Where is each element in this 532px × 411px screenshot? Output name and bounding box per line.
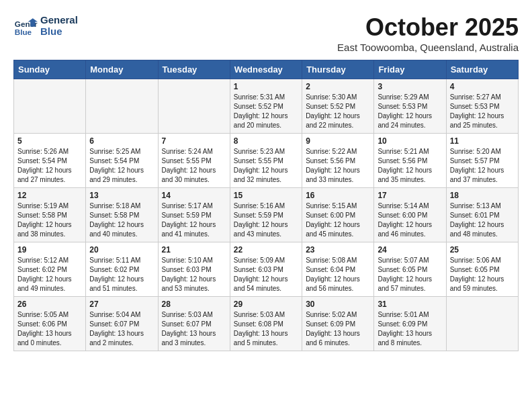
title-block: October 2025 East Toowoomba, Queensland,… (337, 13, 519, 53)
day-content: Sunrise: 5:04 AM Sunset: 6:07 PM Dayligh… (89, 310, 154, 348)
calendar-cell: 13Sunrise: 5:18 AM Sunset: 5:58 PM Dayli… (86, 188, 158, 242)
calendar-cell: 15Sunrise: 5:16 AM Sunset: 5:59 PM Dayli… (230, 188, 302, 242)
day-content: Sunrise: 5:21 AM Sunset: 5:56 PM Dayligh… (378, 147, 442, 185)
calendar-week-row: 19Sunrise: 5:12 AM Sunset: 6:02 PM Dayli… (14, 242, 519, 297)
calendar-cell: 27Sunrise: 5:04 AM Sunset: 6:07 PM Dayli… (86, 297, 158, 351)
day-content: Sunrise: 5:16 AM Sunset: 5:59 PM Dayligh… (234, 201, 298, 239)
day-number: 9 (306, 136, 370, 146)
calendar-cell: 9Sunrise: 5:22 AM Sunset: 5:56 PM Daylig… (302, 134, 374, 188)
day-content: Sunrise: 5:25 AM Sunset: 5:54 PM Dayligh… (89, 147, 154, 185)
calendar-cell: 28Sunrise: 5:03 AM Sunset: 6:07 PM Dayli… (158, 297, 230, 351)
calendar-cell: 6Sunrise: 5:25 AM Sunset: 5:54 PM Daylig… (86, 134, 158, 188)
day-content: Sunrise: 5:30 AM Sunset: 5:52 PM Dayligh… (306, 93, 370, 130)
day-content: Sunrise: 5:03 AM Sunset: 6:07 PM Dayligh… (162, 310, 226, 348)
logo: General Blue General Blue (13, 13, 78, 38)
calendar-cell: 30Sunrise: 5:02 AM Sunset: 6:09 PM Dayli… (302, 297, 374, 351)
header-wednesday: Wednesday (230, 60, 302, 79)
calendar-cell: 24Sunrise: 5:07 AM Sunset: 6:05 PM Dayli… (374, 242, 446, 297)
page-header: General Blue General Blue October 2025 E… (13, 13, 519, 53)
day-number: 2 (306, 82, 370, 91)
calendar-table: SundayMondayTuesdayWednesdayThursdayFrid… (13, 60, 519, 351)
day-number: 18 (450, 191, 515, 200)
day-number: 22 (234, 245, 298, 255)
day-number: 12 (17, 191, 82, 200)
day-number: 8 (234, 136, 298, 146)
day-content: Sunrise: 5:13 AM Sunset: 6:01 PM Dayligh… (450, 201, 515, 239)
day-number: 21 (162, 245, 226, 255)
logo-general: General (40, 14, 78, 26)
calendar-cell: 8Sunrise: 5:23 AM Sunset: 5:55 PM Daylig… (230, 134, 302, 188)
calendar-cell: 2Sunrise: 5:30 AM Sunset: 5:52 PM Daylig… (302, 79, 374, 134)
calendar-cell: 20Sunrise: 5:11 AM Sunset: 6:02 PM Dayli… (86, 242, 158, 297)
calendar-week-row: 5Sunrise: 5:26 AM Sunset: 5:54 PM Daylig… (14, 134, 519, 188)
day-number: 1 (234, 82, 298, 91)
day-number: 30 (306, 300, 370, 309)
day-content: Sunrise: 5:11 AM Sunset: 6:02 PM Dayligh… (89, 256, 154, 293)
day-number: 24 (378, 245, 442, 255)
calendar-cell: 22Sunrise: 5:09 AM Sunset: 6:03 PM Dayli… (230, 242, 302, 297)
header-tuesday: Tuesday (158, 60, 230, 79)
day-content: Sunrise: 5:27 AM Sunset: 5:53 PM Dayligh… (450, 93, 515, 130)
day-content: Sunrise: 5:29 AM Sunset: 5:53 PM Dayligh… (378, 93, 442, 130)
day-content: Sunrise: 5:09 AM Sunset: 6:03 PM Dayligh… (234, 256, 298, 293)
day-number: 27 (89, 300, 154, 309)
day-number: 3 (378, 82, 442, 91)
day-content: Sunrise: 5:22 AM Sunset: 5:56 PM Dayligh… (306, 147, 370, 185)
header-thursday: Thursday (302, 60, 374, 79)
day-content: Sunrise: 5:15 AM Sunset: 6:00 PM Dayligh… (306, 201, 370, 239)
header-sunday: Sunday (14, 60, 86, 79)
logo-blue: Blue (40, 26, 78, 37)
calendar-cell: 31Sunrise: 5:01 AM Sunset: 6:09 PM Dayli… (374, 297, 446, 351)
calendar-cell: 17Sunrise: 5:14 AM Sunset: 6:00 PM Dayli… (374, 188, 446, 242)
calendar-cell: 14Sunrise: 5:17 AM Sunset: 5:59 PM Dayli… (158, 188, 230, 242)
day-content: Sunrise: 5:07 AM Sunset: 6:05 PM Dayligh… (378, 256, 442, 293)
calendar-cell: 19Sunrise: 5:12 AM Sunset: 6:02 PM Dayli… (14, 242, 86, 297)
calendar-cell: 25Sunrise: 5:06 AM Sunset: 6:05 PM Dayli… (446, 242, 518, 297)
day-content: Sunrise: 5:19 AM Sunset: 5:58 PM Dayligh… (17, 201, 82, 239)
day-content: Sunrise: 5:20 AM Sunset: 5:57 PM Dayligh… (450, 147, 515, 185)
header-friday: Friday (374, 60, 446, 79)
day-number: 5 (17, 136, 82, 146)
calendar-cell: 26Sunrise: 5:05 AM Sunset: 6:06 PM Dayli… (14, 297, 86, 351)
day-number: 14 (162, 191, 226, 200)
calendar-cell: 29Sunrise: 5:03 AM Sunset: 6:08 PM Dayli… (230, 297, 302, 351)
calendar-cell: 10Sunrise: 5:21 AM Sunset: 5:56 PM Dayli… (374, 134, 446, 188)
day-number: 20 (89, 245, 154, 255)
day-content: Sunrise: 5:14 AM Sunset: 6:00 PM Dayligh… (378, 201, 442, 239)
calendar-cell: 3Sunrise: 5:29 AM Sunset: 5:53 PM Daylig… (374, 79, 446, 134)
day-content: Sunrise: 5:12 AM Sunset: 6:02 PM Dayligh… (17, 256, 82, 293)
day-content: Sunrise: 5:18 AM Sunset: 5:58 PM Dayligh… (89, 201, 154, 239)
day-content: Sunrise: 5:02 AM Sunset: 6:09 PM Dayligh… (306, 310, 370, 348)
calendar-cell (446, 297, 518, 351)
calendar-cell: 7Sunrise: 5:24 AM Sunset: 5:55 PM Daylig… (158, 134, 230, 188)
header-saturday: Saturday (446, 60, 518, 79)
day-content: Sunrise: 5:10 AM Sunset: 6:03 PM Dayligh… (162, 256, 226, 293)
calendar-week-row: 12Sunrise: 5:19 AM Sunset: 5:58 PM Dayli… (14, 188, 519, 242)
day-content: Sunrise: 5:26 AM Sunset: 5:54 PM Dayligh… (17, 147, 82, 185)
calendar-cell: 16Sunrise: 5:15 AM Sunset: 6:00 PM Dayli… (302, 188, 374, 242)
day-number: 29 (234, 300, 298, 309)
day-number: 13 (89, 191, 154, 200)
day-content: Sunrise: 5:24 AM Sunset: 5:55 PM Dayligh… (162, 147, 226, 185)
calendar-cell (14, 79, 86, 134)
month-title: October 2025 (337, 13, 519, 42)
day-number: 16 (306, 191, 370, 200)
calendar-cell: 23Sunrise: 5:08 AM Sunset: 6:04 PM Dayli… (302, 242, 374, 297)
calendar-cell: 5Sunrise: 5:26 AM Sunset: 5:54 PM Daylig… (14, 134, 86, 188)
calendar-cell: 4Sunrise: 5:27 AM Sunset: 5:53 PM Daylig… (446, 79, 518, 134)
calendar-cell: 11Sunrise: 5:20 AM Sunset: 5:57 PM Dayli… (446, 134, 518, 188)
day-number: 25 (450, 245, 515, 255)
day-content: Sunrise: 5:06 AM Sunset: 6:05 PM Dayligh… (450, 256, 515, 293)
day-number: 26 (17, 300, 82, 309)
day-number: 15 (234, 191, 298, 200)
day-number: 4 (450, 82, 515, 91)
day-number: 31 (378, 300, 442, 309)
calendar-cell: 18Sunrise: 5:13 AM Sunset: 6:01 PM Dayli… (446, 188, 518, 242)
calendar-cell: 12Sunrise: 5:19 AM Sunset: 5:58 PM Dayli… (14, 188, 86, 242)
calendar-cell: 21Sunrise: 5:10 AM Sunset: 6:03 PM Dayli… (158, 242, 230, 297)
location-subtitle: East Toowoomba, Queensland, Australia (337, 42, 519, 53)
day-number: 28 (162, 300, 226, 309)
logo-icon: General Blue (13, 13, 38, 38)
calendar-week-row: 26Sunrise: 5:05 AM Sunset: 6:06 PM Dayli… (14, 297, 519, 351)
day-number: 17 (378, 191, 442, 200)
